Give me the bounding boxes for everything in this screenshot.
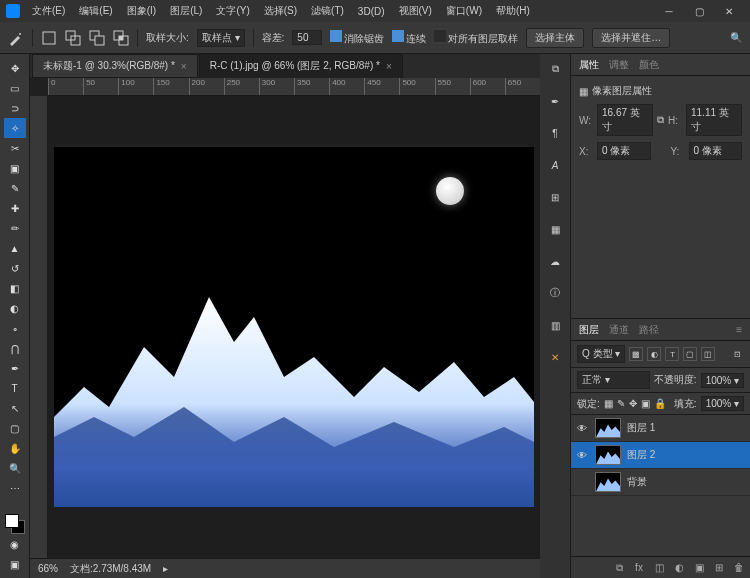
lock-artboard-icon[interactable]: ▣: [641, 398, 650, 409]
actions-panel-icon[interactable]: ▥: [546, 316, 564, 334]
opacity-input[interactable]: 100% ▾: [701, 373, 744, 388]
menu-edit[interactable]: 编辑(E): [73, 4, 118, 18]
marquee-tool-icon[interactable]: ▭: [4, 78, 26, 98]
filter-image-icon[interactable]: ▩: [629, 347, 643, 361]
x-input[interactable]: 0 像素: [597, 142, 651, 160]
zoom-level[interactable]: 66%: [38, 563, 58, 574]
filter-smart-icon[interactable]: ◫: [701, 347, 715, 361]
search-icon[interactable]: 🔍: [730, 32, 742, 43]
tab-paths[interactable]: 路径: [639, 323, 659, 337]
document-tab[interactable]: R-C (1).jpg @ 66% (图层 2, RGB/8#) *×: [199, 54, 403, 78]
layer-row[interactable]: 👁 图层 2: [571, 442, 750, 469]
selection-add-icon[interactable]: [65, 30, 81, 46]
zoom-tool-icon[interactable]: 🔍: [4, 458, 26, 478]
healing-brush-tool-icon[interactable]: ✚: [4, 198, 26, 218]
paragraph-panel-icon[interactable]: ¶: [546, 124, 564, 142]
hand-tool-icon[interactable]: ✋: [4, 438, 26, 458]
blend-mode-dropdown[interactable]: 正常 ▾: [577, 371, 650, 389]
document-tab[interactable]: 未标题-1 @ 30.3%(RGB/8#) *×: [32, 54, 198, 78]
libraries-panel-icon[interactable]: ☁: [546, 252, 564, 270]
delete-layer-icon[interactable]: 🗑: [732, 561, 746, 575]
panel-menu-icon[interactable]: ≡: [736, 324, 742, 335]
brush-tool-icon[interactable]: ✏: [4, 218, 26, 238]
canvas-area[interactable]: [48, 96, 540, 558]
y-input[interactable]: 0 像素: [689, 142, 743, 160]
tab-layers[interactable]: 图层: [579, 323, 599, 337]
all-layers-checkbox[interactable]: 对所有图层取样: [434, 30, 518, 46]
menu-file[interactable]: 文件(E): [26, 4, 71, 18]
selection-intersect-icon[interactable]: [113, 30, 129, 46]
path-select-tool-icon[interactable]: ↖: [4, 398, 26, 418]
status-arrow-icon[interactable]: ▸: [163, 563, 168, 574]
color-swatch[interactable]: [5, 514, 25, 534]
edit-toolbar-icon[interactable]: ⋯: [4, 478, 26, 498]
tab-color[interactable]: 颜色: [639, 58, 659, 72]
layer-kind-filter[interactable]: Q 类型 ▾: [577, 345, 625, 363]
menu-view[interactable]: 视图(V): [393, 4, 438, 18]
quick-mask-icon[interactable]: ◉: [4, 534, 26, 554]
new-layer-icon[interactable]: ⊞: [712, 561, 726, 575]
layer-thumbnail[interactable]: [595, 418, 621, 438]
document-size[interactable]: 文档:2.73M/8.43M: [70, 562, 151, 576]
fill-input[interactable]: 100% ▾: [701, 396, 744, 411]
minimize-icon[interactable]: ─: [654, 1, 684, 21]
pen-tool-icon[interactable]: ✒: [4, 358, 26, 378]
history-panel-icon[interactable]: ⧉: [546, 60, 564, 78]
swatches-panel-icon[interactable]: ▦: [546, 220, 564, 238]
menu-select[interactable]: 选择(S): [258, 4, 303, 18]
width-input[interactable]: 16.67 英寸: [597, 104, 653, 136]
eraser-tool-icon[interactable]: ◧: [4, 278, 26, 298]
link-layers-icon[interactable]: ⧉: [612, 561, 626, 575]
selection-mode-icon[interactable]: [41, 30, 57, 46]
lock-pixels-icon[interactable]: ✎: [617, 398, 625, 409]
lock-position-icon[interactable]: ✥: [629, 398, 637, 409]
link-icon[interactable]: ⧉: [657, 114, 664, 126]
type-tool-icon[interactable]: T: [4, 378, 26, 398]
select-and-mask-button[interactable]: 选择并遮住…: [592, 28, 670, 48]
clone-stamp-tool-icon[interactable]: ▲: [4, 238, 26, 258]
blur-tool-icon[interactable]: ∘: [4, 318, 26, 338]
close-dock-icon[interactable]: ✕: [546, 348, 564, 366]
menu-3d[interactable]: 3D(D): [352, 6, 391, 17]
tab-channels[interactable]: 通道: [609, 323, 629, 337]
lasso-tool-icon[interactable]: ⊃: [4, 98, 26, 118]
layer-thumbnail[interactable]: [595, 445, 621, 465]
crop-tool-icon[interactable]: ✂: [4, 138, 26, 158]
layer-row[interactable]: 👁 图层 1: [571, 415, 750, 442]
select-subject-button[interactable]: 选择主体: [526, 28, 584, 48]
menu-filter[interactable]: 滤镜(T): [305, 4, 350, 18]
layer-thumbnail[interactable]: [595, 472, 621, 492]
visibility-toggle-icon[interactable]: 👁: [577, 450, 589, 461]
layer-mask-icon[interactable]: ◫: [652, 561, 666, 575]
close-icon[interactable]: ✕: [714, 1, 744, 21]
history-brush-tool-icon[interactable]: ↺: [4, 258, 26, 278]
layer-name[interactable]: 图层 1: [627, 421, 655, 435]
dodge-tool-icon[interactable]: ⋂: [4, 338, 26, 358]
sample-size-dropdown[interactable]: 取样点 ▾: [197, 29, 245, 47]
menu-image[interactable]: 图象(I): [121, 4, 162, 18]
antialias-checkbox[interactable]: 消除锯齿: [330, 30, 384, 46]
menu-layer[interactable]: 图层(L): [164, 4, 208, 18]
layer-group-icon[interactable]: ▣: [692, 561, 706, 575]
move-tool-icon[interactable]: ✥: [4, 58, 26, 78]
gradient-tool-icon[interactable]: ◐: [4, 298, 26, 318]
lock-transparency-icon[interactable]: ▦: [604, 398, 613, 409]
info-panel-icon[interactable]: ⓘ: [546, 284, 564, 302]
menu-window[interactable]: 窗口(W): [440, 4, 488, 18]
brush-panel-icon[interactable]: ✒: [546, 92, 564, 110]
filter-adjust-icon[interactable]: ◐: [647, 347, 661, 361]
height-input[interactable]: 11.11 英寸: [686, 104, 742, 136]
filter-shape-icon[interactable]: ▢: [683, 347, 697, 361]
contiguous-checkbox[interactable]: 连续: [392, 30, 426, 46]
close-tab-icon[interactable]: ×: [181, 61, 187, 72]
close-tab-icon[interactable]: ×: [386, 61, 392, 72]
filter-type-icon[interactable]: T: [665, 347, 679, 361]
filter-toggle[interactable]: ⊡: [730, 347, 744, 361]
tab-adjust[interactable]: 调整: [609, 58, 629, 72]
canvas[interactable]: [54, 147, 534, 507]
layer-fx-icon[interactable]: fx: [632, 561, 646, 575]
tab-properties[interactable]: 属性: [579, 58, 599, 72]
layer-name[interactable]: 背景: [627, 475, 647, 489]
frame-tool-icon[interactable]: ▣: [4, 158, 26, 178]
menu-help[interactable]: 帮助(H): [490, 4, 536, 18]
